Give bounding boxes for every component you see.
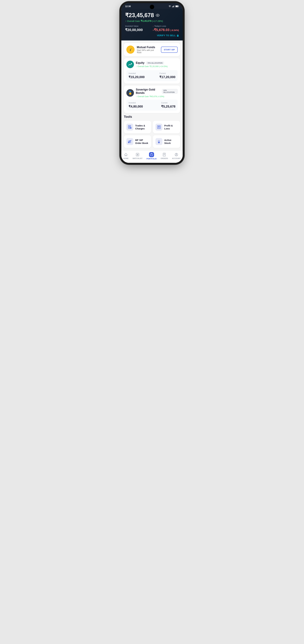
- main-content: 💰 Mutual Funds Start SIPs with just ₹500…: [121, 40, 183, 150]
- gold-invested-value: ₹4,80,000: [129, 104, 143, 108]
- active-stock-label: Active Stock: [164, 138, 178, 145]
- overall-gain-label: Overall Gain: [127, 20, 140, 22]
- svg-point-32: [176, 154, 177, 154]
- signal-icon: [172, 5, 174, 7]
- watchlist-icon: [135, 152, 140, 157]
- gold-invested-label: Invested: [129, 102, 143, 104]
- bottom-nav: HOME WATCHLIST PORTFOLIO: [121, 150, 183, 163]
- gain-arrow-icon: ↑: [125, 20, 126, 22]
- overall-gain-percent: (+17.28%): [152, 20, 163, 22]
- equity-gain-arrow: ↑: [136, 65, 137, 68]
- eye-icon[interactable]: [156, 14, 159, 17]
- tool-profit-loss[interactable]: Profit & Loss: [153, 121, 180, 133]
- svg-rect-9: [177, 35, 178, 36]
- svg-point-8: [157, 15, 158, 16]
- mutual-funds-title: Mutual Funds: [137, 46, 159, 49]
- invested-value: ₹20,00,000: [125, 28, 143, 32]
- equity-header: Equity 76% ALLOCATION ↑ Overall Gain ₹2,…: [126, 60, 178, 68]
- phone-frame: 12:30 ₹23,45,678: [121, 3, 183, 163]
- header-card: ₹23,45,678 ↑ Overall Gain ₹3,45,678 (+17…: [121, 9, 183, 40]
- tools-grid: Trades & Charges Profit & Loss: [124, 121, 180, 148]
- svg-rect-4: [174, 5, 174, 7]
- battery-icon: [175, 5, 179, 7]
- gold-stats: Invested ₹4,80,000 Current ₹5,25,678: [126, 100, 178, 110]
- verify-to-sell-button[interactable]: VERIFY TO SELL: [125, 34, 179, 37]
- svg-rect-1: [172, 6, 173, 7]
- tools-title: Tools: [124, 115, 180, 118]
- equity-title-row: Equity 76% ALLOCATION: [136, 61, 167, 64]
- svg-rect-6: [176, 6, 178, 7]
- equity-gain-label: Overall Gain: [138, 65, 149, 68]
- nav-portfolio[interactable]: PORTFOLIO: [147, 152, 156, 160]
- loss-label: ↓ Today's Loss: [153, 25, 179, 27]
- equity-gain-row: ↑ Overall Gain ₹2,20,000 (+14.5%): [136, 65, 167, 68]
- equity-info: Equity 76% ALLOCATION ↑ Overall Gain ₹2,…: [136, 61, 167, 68]
- watchlist-label: WATCHLIST: [133, 158, 143, 159]
- gold-current: Current ₹5,25,678: [161, 102, 175, 108]
- equity-gain-amount: ₹2,20,000: [150, 65, 159, 68]
- tools-section: Tools: [124, 115, 180, 148]
- equity-title: Equity: [136, 61, 145, 64]
- gold-bonds-card[interactable]: 🥇 Soverign Gold Bonds 24% ALLOCATION ↑ O…: [124, 86, 180, 113]
- svg-rect-3: [173, 6, 174, 7]
- gold-gain-percent: (+10%): [158, 95, 164, 98]
- trades-charges-label: Trades & Charges: [135, 124, 149, 130]
- svg-rect-21: [129, 141, 130, 143]
- tool-mf-sip[interactable]: MF SIP Order Book: [124, 135, 151, 148]
- time-display: 12:30: [125, 5, 131, 8]
- portfolio-value-row: ₹23,45,678: [125, 12, 179, 18]
- portfolio-icon: [149, 152, 154, 157]
- tool-active-stock[interactable]: Active Stock: [153, 135, 180, 148]
- gold-gain-row: ↑ Overall Gain ₹45,678 (+10%): [136, 95, 178, 98]
- equity-card[interactable]: Equity 76% ALLOCATION ↑ Overall Gain ₹2,…: [124, 58, 180, 84]
- gold-current-value: ₹5,25,678: [161, 104, 175, 108]
- nav-account[interactable]: ACCOUNT: [172, 152, 181, 159]
- gold-header: 🥇 Soverign Gold Bonds 24% ALLOCATION ↑ O…: [126, 88, 178, 98]
- start-sip-button[interactable]: START SIP: [161, 46, 178, 53]
- verify-row[interactable]: VERIFY TO SELL: [125, 34, 179, 37]
- equity-current-value: ₹17,20,000: [159, 75, 175, 79]
- profit-loss-label: Profit & Loss: [164, 124, 178, 130]
- overall-gain-amount: ₹3,45,678: [141, 20, 151, 22]
- equity-invested-label: Invested: [129, 72, 145, 74]
- svg-rect-2: [173, 6, 173, 7]
- equity-allocation-badge: 76% ALLOCATION: [146, 62, 164, 64]
- gold-invested: Invested ₹4,80,000: [129, 102, 143, 108]
- mutual-funds-icon: 💰: [126, 46, 135, 54]
- equity-icon: [126, 60, 134, 68]
- home-label: HOME: [123, 158, 129, 159]
- gold-current-label: Current: [161, 102, 175, 104]
- account-icon: [174, 152, 178, 157]
- svg-point-0: [170, 7, 170, 7]
- portfolio-label: PORTFOLIO: [147, 158, 156, 160]
- lock-icon: [177, 34, 179, 37]
- loss-arrow-icon: ↓: [153, 25, 154, 27]
- gold-title-row: Soverign Gold Bonds 24% ALLOCATION: [136, 88, 178, 95]
- gold-gain-label: Overall Gain: [138, 95, 149, 98]
- nav-orders[interactable]: ORDERS: [161, 152, 168, 159]
- orders-label: ORDERS: [161, 158, 168, 159]
- equity-stats: Invested ₹15,20,000 Current ₹17,20,000: [126, 70, 178, 81]
- mutual-funds-text: Mutual Funds Start SIPs with just ₹500: [137, 46, 159, 54]
- gold-gain-arrow: ↑: [136, 95, 137, 98]
- portfolio-value-amount: ₹23,45,678: [125, 12, 154, 18]
- tool-trades-charges[interactable]: Trades & Charges: [124, 121, 151, 133]
- gold-icon: 🥇: [126, 89, 134, 97]
- equity-gain-percent: (+14.5%): [159, 65, 167, 68]
- account-label: ACCOUNT: [172, 158, 181, 159]
- loss-percent: (-6.54%): [170, 29, 179, 32]
- home-icon: [124, 152, 128, 157]
- todays-loss-stat: ↓ Today's Loss -₹5,678.03 (-6.54%): [153, 25, 179, 32]
- status-icons: [168, 5, 179, 7]
- equity-invested-value: ₹15,20,000: [129, 75, 145, 79]
- mutual-funds-card[interactable]: 💰 Mutual Funds Start SIPs with just ₹500…: [124, 43, 180, 56]
- gold-title: Soverign Gold Bonds: [136, 88, 160, 95]
- svg-rect-20: [128, 142, 129, 143]
- nav-watchlist[interactable]: WATCHLIST: [133, 152, 143, 159]
- nav-home[interactable]: HOME: [123, 152, 129, 159]
- equity-current-label: Current: [159, 72, 175, 74]
- svg-rect-30: [163, 153, 165, 156]
- gold-allocation-badge: 24% ALLOCATION: [162, 89, 178, 94]
- invested-stat: Invested Value ₹20,00,000: [125, 25, 143, 32]
- invested-label: Invested Value: [125, 25, 143, 27]
